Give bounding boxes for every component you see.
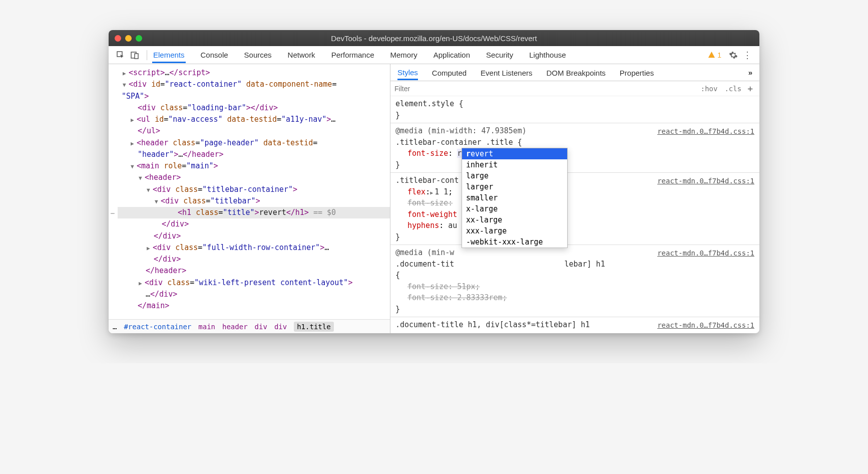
autocomplete-item[interactable]: xx-large xyxy=(462,214,567,225)
warning-count: 1 xyxy=(717,51,721,59)
toolbar-divider xyxy=(147,50,147,60)
inspect-element-icon[interactable] xyxy=(114,48,128,62)
source-link[interactable]: react-mdn.0…f7b4d.css:1 xyxy=(657,248,754,259)
autocomplete-item[interactable]: xxx-large xyxy=(462,225,567,236)
tab-lighthouse[interactable]: Lighthouse xyxy=(528,47,567,63)
dom-tag: <script> xyxy=(129,68,165,77)
crumb-selected[interactable]: h1.title xyxy=(294,322,333,332)
device-toolbar-icon[interactable] xyxy=(128,48,142,62)
autocomplete-item[interactable]: large xyxy=(462,170,567,181)
tab-elements[interactable]: Elements xyxy=(152,47,186,63)
subtab-computed[interactable]: Computed xyxy=(432,65,467,80)
main-tabs: Elements Console Sources Network Perform… xyxy=(152,47,567,63)
subtab-styles[interactable]: Styles xyxy=(397,65,418,80)
subtab-event-listeners[interactable]: Event Listeners xyxy=(481,65,532,80)
maximize-window-button[interactable] xyxy=(136,35,142,42)
devtools-window: DevTools - developer.mozilla.org/en-US/d… xyxy=(109,30,759,333)
autocomplete-popup: revert inherit large larger smaller x-la… xyxy=(462,148,568,248)
autocomplete-item-selected[interactable]: revert xyxy=(462,148,567,159)
cls-toggle[interactable]: .cls xyxy=(721,85,745,93)
crumb-div1[interactable]: div xyxy=(255,323,267,331)
hov-toggle[interactable]: :hov xyxy=(697,85,721,93)
settings-icon[interactable] xyxy=(726,48,740,62)
subtab-dom-breakpoints[interactable]: DOM Breakpoints xyxy=(546,65,605,80)
rule-block-4[interactable]: react-mdn.0…f7b4d.css:1 .document-title … xyxy=(390,317,759,333)
dom-tree[interactable]: ▶<script>…</script> ▼<div id="react-cont… xyxy=(109,64,390,319)
svg-rect-2 xyxy=(135,54,138,59)
source-link[interactable]: react-mdn.0…f7b4d.css:1 xyxy=(657,126,754,137)
more-menu-icon[interactable]: ⋮ xyxy=(740,48,754,62)
close-window-button[interactable] xyxy=(115,35,121,42)
styles-filter-bar: :hov .cls + xyxy=(390,81,759,96)
traffic-lights xyxy=(115,35,142,42)
autocomplete-item[interactable]: inherit xyxy=(462,159,567,170)
main-toolbar: Elements Console Sources Network Perform… xyxy=(109,46,759,64)
os-titlebar: DevTools - developer.mozilla.org/en-US/d… xyxy=(109,30,759,46)
subtab-properties[interactable]: Properties xyxy=(620,65,654,80)
warnings-badge[interactable]: 1 xyxy=(708,51,721,59)
subtabs-more-icon[interactable]: » xyxy=(748,68,752,77)
minimize-window-button[interactable] xyxy=(125,35,132,42)
tab-performance[interactable]: Performance xyxy=(330,47,375,63)
tab-console[interactable]: Console xyxy=(200,47,229,63)
source-link[interactable]: react-mdn.0…f7b4d.css:1 xyxy=(657,320,754,331)
styles-filter-input[interactable] xyxy=(394,85,697,93)
autocomplete-item[interactable]: smaller xyxy=(462,192,567,203)
dom-close-div: </div> xyxy=(162,219,189,228)
content-area: ▶<script>…</script> ▼<div id="react-cont… xyxy=(109,64,759,333)
autocomplete-item[interactable]: larger xyxy=(462,181,567,192)
crumb-react-container[interactable]: #react-container xyxy=(124,323,191,331)
breadcrumbs: … #react-container main header div div h… xyxy=(109,319,390,333)
dom-panel: ▶<script>…</script> ▼<div id="react-cont… xyxy=(109,64,390,333)
rule-block-3[interactable]: react-mdn.0…f7b4d.css:1 @media (min-w .d… xyxy=(390,245,759,317)
tab-memory[interactable]: Memory xyxy=(389,47,418,63)
styles-panel: Styles Computed Event Listeners DOM Brea… xyxy=(390,64,759,333)
crumb-div2[interactable]: div xyxy=(274,323,287,331)
rule-block-2[interactable]: react-mdn.0…f7b4d.css:1 .titlebar-cont f… xyxy=(390,173,759,245)
rule-block-1[interactable]: react-mdn.0…f7b4d.css:1 @media (min-widt… xyxy=(390,123,759,173)
tab-application[interactable]: Application xyxy=(432,47,471,63)
source-link[interactable]: react-mdn.0…f7b4d.css:1 xyxy=(657,176,754,186)
crumb-header[interactable]: header xyxy=(222,323,248,331)
autocomplete-item[interactable]: x-large xyxy=(462,203,567,214)
crumb-ellipsis[interactable]: … xyxy=(113,323,117,331)
tab-network[interactable]: Network xyxy=(287,47,316,63)
tab-security[interactable]: Security xyxy=(485,47,514,63)
styles-rules: element.style { } react-mdn.0…f7b4d.css:… xyxy=(390,96,759,333)
styles-subtabs: Styles Computed Event Listeners DOM Brea… xyxy=(390,64,759,81)
new-rule-button[interactable]: + xyxy=(745,83,755,94)
dom-selected-row[interactable]: <h1 class="title">revert</h1> == $0 xyxy=(118,207,390,218)
element-style-block[interactable]: element.style { } xyxy=(390,96,759,123)
tab-sources[interactable]: Sources xyxy=(243,47,273,63)
crumb-main[interactable]: main xyxy=(198,323,215,331)
autocomplete-item[interactable]: -webkit-xxx-large xyxy=(462,236,567,248)
window-title: DevTools - developer.mozilla.org/en-US/d… xyxy=(331,34,537,43)
